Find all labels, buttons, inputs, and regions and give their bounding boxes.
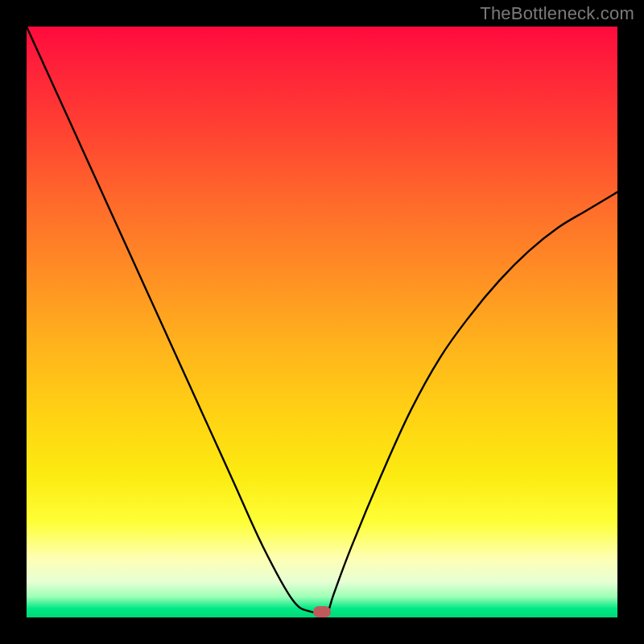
chart-frame: TheBottleneck.com [0,0,644,644]
watermark-text: TheBottleneck.com [480,3,634,24]
optimal-point-marker [313,606,331,617]
bottleneck-curve [27,27,617,617]
plot-area [27,27,617,617]
